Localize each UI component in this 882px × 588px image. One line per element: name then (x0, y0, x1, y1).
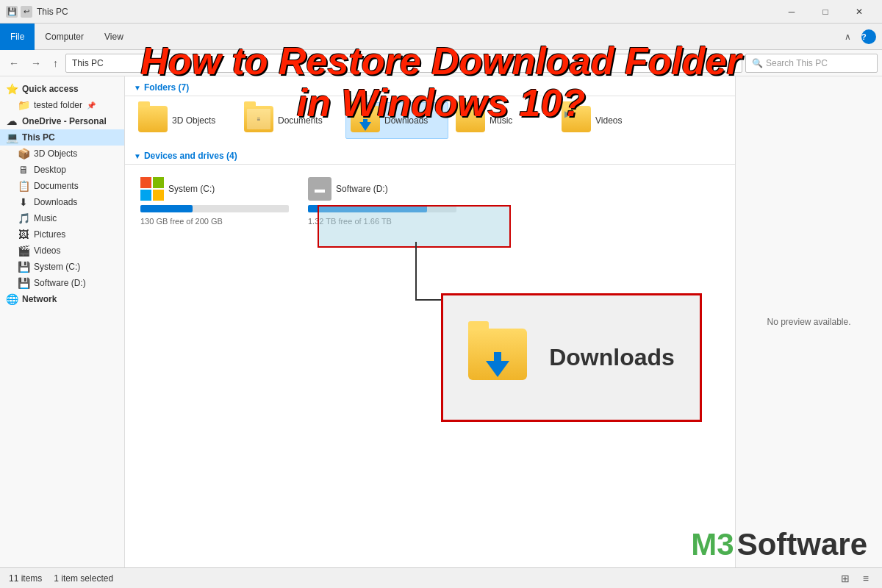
drives-chevron-icon: ▼ (134, 152, 141, 160)
downloads-icon: ⬇ (18, 196, 29, 208)
sidebar-item-software-d[interactable]: 💾 Software (D:) (0, 275, 124, 291)
sidebar-item-quick-access[interactable]: ⭐ Quick access (0, 81, 124, 97)
title-bar-title: This PC (37, 7, 68, 17)
tab-computer[interactable]: Computer (35, 24, 94, 50)
sidebar-item-this-pc[interactable]: 💻 This PC (0, 129, 124, 146)
hdd-symbol: ▬ (315, 183, 325, 195)
tab-file[interactable]: File (0, 24, 35, 50)
sidebar-label-quick-access: Quick access (22, 84, 79, 94)
drive-space-d: 1.32 TB free of 1.66 TB (308, 217, 456, 226)
address-bar[interactable]: This PC (65, 54, 742, 73)
zoom-folder-wrapper (468, 329, 534, 387)
folder-item-music[interactable]: ♪ Music (451, 102, 554, 139)
main-layout: ⭐ Quick access 📁 tested folder 📌 ☁ OneDr… (0, 76, 882, 567)
hdd-icon: ▬ (308, 177, 331, 201)
windows-logo-icon (140, 177, 164, 201)
sidebar-item-music[interactable]: 🎵 Music (0, 210, 124, 226)
folder-item-documents[interactable]: ≡ Documents (240, 102, 343, 139)
tab-view[interactable]: View (94, 24, 134, 50)
ribbon: File Computer View ∧ ? (0, 24, 882, 50)
title-bar-controls: ─ □ ✕ (775, 0, 876, 24)
close-button[interactable]: ✕ (842, 0, 876, 24)
folder-grid: 3D Objects ≡ Documents (125, 96, 735, 145)
drive-label-c: System (C:) (168, 184, 215, 194)
view-grid-button[interactable]: ⊞ (836, 568, 854, 589)
preview-text: No preview available. (767, 317, 850, 327)
zoom-dl-arrow-stem (494, 352, 501, 364)
drives-header-text: Devices and drives (4) (144, 151, 237, 161)
cloud-icon: ☁ (6, 115, 18, 127)
folder-icon-downloads (351, 106, 380, 135)
sidebar-item-onedrive[interactable]: ☁ OneDrive - Personal (0, 113, 124, 129)
sidebar-label-videos: Videos (34, 245, 60, 256)
content-area: ▼ Folders (7) 3D Objects ≡ Documents (125, 76, 735, 567)
folder-shape-documents: ≡ (244, 106, 273, 132)
search-icon: 🔍 (752, 58, 763, 68)
pin-icon: 📁 (18, 99, 29, 111)
folders-section-header[interactable]: ▼ Folders (7) (125, 76, 735, 96)
folder-icon-music: ♪ (456, 106, 485, 135)
documents-icon: 📋 (18, 180, 29, 192)
connector-line (415, 242, 459, 301)
title-bar-left: 💾 ↩ This PC (6, 6, 68, 18)
sidebar-item-system-c[interactable]: 💾 System (C:) (0, 259, 124, 275)
sidebar-item-network[interactable]: 🌐 Network (0, 291, 124, 307)
sidebar-label-pictures: Pictures (34, 229, 65, 240)
back-button[interactable]: ← (4, 53, 24, 74)
quick-access-toolbar-icon[interactable]: 💾 (6, 6, 18, 18)
drive-bar-bg-d (308, 205, 456, 212)
sidebar-label-this-pc: This PC (22, 132, 55, 143)
up-button[interactable]: ↑ (49, 53, 62, 74)
help-button[interactable]: ? (861, 29, 876, 44)
chevron-icon: ▼ (134, 84, 141, 92)
view-list-button[interactable]: ≡ (858, 568, 873, 589)
sidebar-item-desktop[interactable]: 🖥 Desktop (0, 162, 124, 178)
drive-space-c: 130 GB free of 200 GB (140, 217, 289, 226)
maximize-button[interactable]: □ (808, 0, 842, 24)
sidebar-item-videos[interactable]: 🎬 Videos (0, 243, 124, 259)
zoom-folder-icon (468, 329, 527, 380)
sidebar-item-downloads[interactable]: ⬇ Downloads (0, 194, 124, 210)
sidebar-item-3d-objects[interactable]: 📦 3D Objects (0, 146, 124, 162)
desktop-icon: 🖥 (18, 164, 29, 176)
sidebar-item-pictures[interactable]: 🖼 Pictures (0, 226, 124, 243)
sidebar-label-music: Music (34, 213, 57, 223)
folder-label-downloads: Downloads (384, 115, 428, 126)
folder-icon-3d (138, 106, 168, 135)
minimize-button[interactable]: ─ (775, 0, 808, 24)
drive-bar-c (140, 205, 193, 212)
sidebar-item-tested-folder[interactable]: 📁 tested folder 📌 (0, 97, 124, 113)
folder-label-videos: Videos (595, 115, 622, 126)
sidebar-label-system-c: System (C:) (34, 262, 80, 272)
star-icon: ⭐ (6, 83, 18, 95)
computer-icon: 💻 (6, 132, 18, 143)
forward-button[interactable]: → (26, 53, 46, 74)
folder-label-documents: Documents (278, 115, 323, 126)
folder-item-3d-objects[interactable]: 3D Objects (134, 102, 237, 139)
drive-item-system-c[interactable]: System (C:) 130 GB free of 200 GB (134, 171, 295, 222)
selected-count: 1 item selected (54, 573, 113, 584)
view-controls: ⊞ ≡ (836, 568, 873, 589)
search-placeholder: Search This PC (766, 58, 828, 68)
folder-shape-3d (138, 106, 168, 132)
title-bar: 💾 ↩ This PC ─ □ ✕ (0, 0, 882, 24)
sidebar-label-tested-folder: tested folder (34, 100, 82, 110)
ribbon-collapse-button[interactable]: ∧ (840, 26, 856, 47)
network-icon: 🌐 (6, 293, 18, 305)
pictures-icon: 🖼 (18, 229, 29, 240)
drive-item-software-d[interactable]: ▬ Software (D:) 1.32 TB free of 1.66 TB (301, 171, 463, 222)
search-bar[interactable]: 🔍 Search This PC (745, 54, 878, 73)
zoom-label: Downloads (549, 344, 675, 371)
folders-header-text: Folders (7) (144, 82, 189, 93)
sidebar-label-desktop: Desktop (34, 165, 66, 175)
quick-access-toolbar-icon2[interactable]: ↩ (21, 6, 32, 18)
folder-item-downloads[interactable]: Downloads (345, 102, 448, 139)
sidebar-item-documents[interactable]: 📋 Documents (0, 178, 124, 194)
folder-item-videos[interactable]: ▶ Videos (557, 102, 660, 139)
drives-section-header[interactable]: ▼ Devices and drives (4) (125, 145, 735, 165)
folder-shape-music: ♪ (456, 106, 485, 132)
folder-icon-videos: ▶ (562, 106, 591, 135)
music-icon: 🎵 (18, 212, 29, 224)
folder-label-3d-objects: 3D Objects (172, 115, 215, 126)
status-info: 11 items 1 item selected (9, 573, 113, 584)
